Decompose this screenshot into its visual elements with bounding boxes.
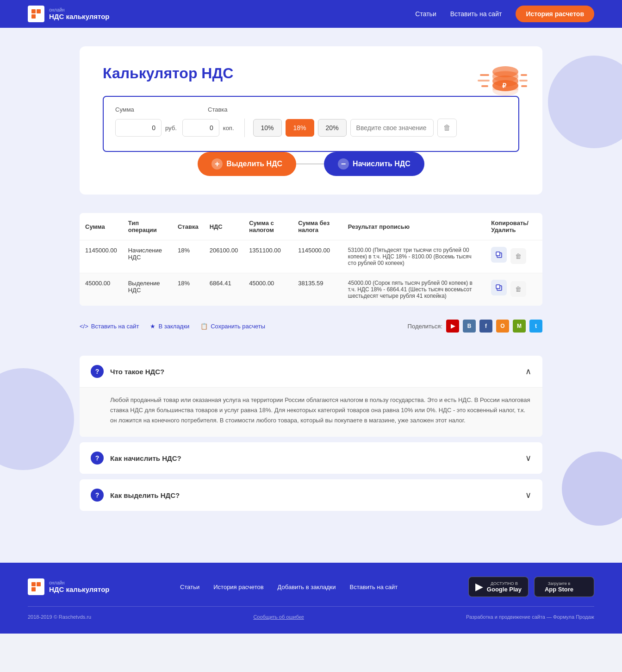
rate-10-button[interactable]: 10%: [253, 119, 282, 137]
app-store-name: App Store: [545, 586, 573, 593]
history-button[interactable]: История расчетов: [516, 6, 594, 22]
form-inputs: 0 руб. 0 коп. 10% 18% 20% 🗑: [115, 119, 507, 137]
nav-embed[interactable]: Вставить на сайт: [450, 10, 502, 18]
social-mail[interactable]: М: [513, 320, 526, 333]
faq-answer-1: Любой проданный товар или оказанная услу…: [110, 388, 531, 426]
cell-rezultat-0: 53100.00 (Пятьдесят три тысячи сто рубле…: [342, 240, 485, 273]
save-link[interactable]: 📋 Сохранить расчеты: [200, 323, 265, 330]
svg-rect-11: [480, 74, 489, 76]
svg-rect-23: [31, 587, 36, 591]
delete-button-0[interactable]: 🗑: [510, 248, 526, 264]
faq-header-left-2: ? Как начислить НДС?: [91, 452, 181, 465]
footer-bottom: 2018-2019 © Raschetvds.ru Сообщить об ош…: [28, 606, 594, 620]
svg-rect-18: [496, 252, 500, 256]
svg-rect-21: [31, 582, 36, 586]
footer-actions: </> Вставить на сайт ★ В закладки 📋 Сохр…: [80, 315, 542, 337]
footer-store-buttons: ▶ ДОСТУПНО В Google Play Загрузите в App…: [468, 577, 594, 597]
google-play-name: Google Play: [487, 586, 522, 593]
google-play-texts: ДОСТУПНО В Google Play: [487, 581, 522, 593]
footer-logo-text: онлайн НДС калькулятор: [49, 580, 110, 593]
kop-input[interactable]: 0: [182, 119, 219, 137]
svg-rect-13: [481, 85, 488, 87]
table-row: 1145000.00 Начисление НДС 18% 206100.00 …: [80, 240, 542, 273]
rate-18-button[interactable]: 18%: [286, 119, 314, 137]
share-label: Поделиться:: [408, 323, 442, 330]
save-icon: 📋: [200, 323, 208, 330]
embed-link[interactable]: </> Вставить на сайт: [80, 323, 139, 330]
social-twitter[interactable]: t: [529, 320, 542, 333]
results-table: Сумма Тип операции Ставка НДС Сумма с на…: [80, 213, 542, 306]
social-ok[interactable]: О: [496, 320, 509, 333]
footer-nav-articles[interactable]: Статьи: [180, 584, 199, 590]
faq-item-3: ? Как выделить НДС? ∨: [80, 479, 542, 511]
cell-summa-bez-1: 38135.59: [292, 273, 342, 306]
form-labels: Сумма Ставка: [115, 106, 507, 113]
faq-arrow-3: ∨: [525, 490, 531, 500]
faq-title-3: Как выделить НДС?: [110, 491, 180, 499]
cell-summa-nalogom-1: 45000.00: [243, 273, 292, 306]
bookmark-link[interactable]: ★ В закладки: [150, 323, 189, 330]
social-youtube[interactable]: ▶: [446, 320, 459, 333]
social-vk[interactable]: В: [463, 320, 476, 333]
cell-actions-1: 🗑: [485, 273, 542, 306]
google-play-sub: ДОСТУПНО В: [487, 581, 522, 586]
col-summa-s-nalogom: Сумма с налогом: [243, 213, 292, 240]
svg-rect-2: [31, 14, 36, 19]
stavka-label: Ставка: [208, 106, 228, 113]
col-actions: Копировать/ Удалить: [485, 213, 542, 240]
delete-button-1[interactable]: 🗑: [510, 281, 526, 297]
table-header-row: Сумма Тип операции Ставка НДС Сумма с на…: [80, 213, 542, 240]
delete-rate-button[interactable]: 🗑: [437, 119, 457, 137]
rub-input[interactable]: 0: [115, 119, 162, 137]
kop-unit: коп.: [223, 125, 234, 132]
footer-nav-bookmark[interactable]: Добавить в закладки: [278, 584, 336, 590]
cell-tip-0: Начисление НДС: [123, 240, 172, 273]
rate-20-button[interactable]: 20%: [318, 119, 347, 137]
footer-logo: онлайн НДС калькулятор: [28, 578, 110, 595]
faq-header-2[interactable]: ? Как начислить НДС? ∨: [80, 442, 542, 474]
footer-top: онлайн НДС калькулятор Статьи История ра…: [28, 577, 594, 597]
copy-button-0[interactable]: [491, 247, 507, 263]
col-summa: Сумма: [80, 213, 123, 240]
cell-summa-nalogom-0: 1351100.00: [243, 240, 292, 273]
header-logo: онлайн НДС калькулятор: [28, 6, 110, 22]
faq-header-3[interactable]: ? Как выделить НДС? ∨: [80, 479, 542, 511]
svg-rect-20: [496, 285, 500, 289]
faq-content-1: Любой проданный товар или оказанная услу…: [80, 387, 542, 437]
footer-left: </> Вставить на сайт ★ В закладки 📋 Сохр…: [80, 323, 265, 330]
faq-arrow-1: ∧: [525, 366, 531, 377]
cell-nds-0: 206100.00: [204, 240, 243, 273]
cell-stavka-0: 18%: [172, 240, 204, 273]
custom-rate-input[interactable]: [350, 119, 434, 137]
footer-logo-name: НДС калькулятор: [49, 585, 110, 593]
bookmark-icon: ★: [150, 323, 156, 330]
charge-vat-button[interactable]: − Начислить НДС: [324, 152, 424, 176]
calculator-decoration: ₽: [454, 56, 529, 107]
copy-button-1[interactable]: [491, 280, 507, 295]
col-stavka: Ставка: [172, 213, 204, 240]
faq-header-1[interactable]: ? Что такое НДС? ∧: [80, 356, 542, 387]
svg-rect-1: [37, 9, 41, 13]
cell-stavka-1: 18%: [172, 273, 204, 306]
col-summa-bez-naloga: Сумма без налога: [292, 213, 342, 240]
svg-rect-12: [478, 80, 490, 82]
logo-online: онлайн: [49, 7, 110, 13]
cell-nds-1: 6864.41: [204, 273, 243, 306]
nav-articles[interactable]: Статьи: [415, 10, 436, 18]
footer-nav-embed[interactable]: Вставить на сайт: [350, 584, 398, 590]
footer-nav-history[interactable]: История расчетов: [213, 584, 263, 590]
social-facebook[interactable]: f: [479, 320, 492, 333]
app-store-button[interactable]: Загрузите в App Store: [534, 577, 594, 597]
google-play-button[interactable]: ▶ ДОСТУПНО В Google Play: [468, 577, 529, 597]
svg-rect-0: [31, 9, 36, 13]
footer-nav: Статьи История расчетов Добавить в закла…: [180, 584, 398, 590]
faq-icon-1: ?: [91, 365, 104, 378]
cell-tip-1: Выделение НДС: [123, 273, 172, 306]
faq-header-left-1: ? Что такое НДС?: [91, 365, 164, 378]
action-buttons: + Выделить НДС − Начислить НДС: [103, 152, 519, 176]
app-store-texts: Загрузите в App Store: [545, 581, 573, 593]
footer-report[interactable]: Сообщить об ошибке: [253, 614, 304, 620]
faq-title-2: Как начислить НДС?: [110, 454, 181, 462]
faq-arrow-2: ∨: [525, 453, 531, 463]
extract-vat-button[interactable]: + Выделить НДС: [198, 152, 296, 176]
